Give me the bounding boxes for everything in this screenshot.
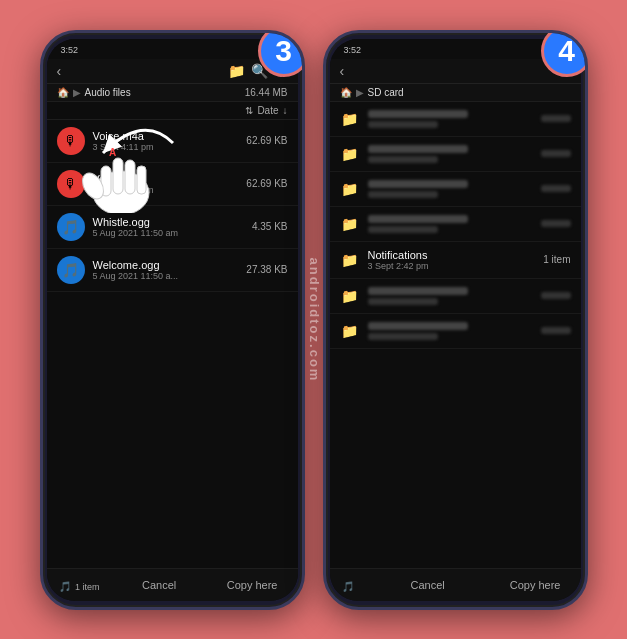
bottom-count-1: 1 item [75, 582, 100, 592]
blurred-meta-2 [368, 191, 438, 198]
file-list-1: 🎙 Voice.m4a 3 Sept 4:11 pm 62.69 KB 🎙 Vo… [47, 120, 298, 568]
cancel-button-1[interactable]: Cancel [134, 576, 184, 594]
notifications-meta: 3 Sept 2:42 pm [368, 261, 536, 271]
blurred-name-4 [368, 287, 468, 295]
notifications-name: Notifications [368, 249, 536, 261]
file-item-2[interactable]: 🎵 Whistle.ogg 5 Aug 2021 11:50 am 4.35 K… [47, 206, 298, 249]
notifications-folder-icon: 📁 [340, 250, 360, 270]
folder-icon-1[interactable]: 📁 [228, 63, 245, 79]
notifications-count: 1 item [543, 254, 570, 265]
file-info-1: Voice.m4a 3 Sept 4:11 pm [93, 173, 239, 195]
folder-icon-bl-2: 📁 [340, 179, 360, 199]
file-meta-3: 5 Aug 2021 11:50 a... [93, 271, 239, 281]
folder-icon-bl-3: 📁 [340, 214, 360, 234]
blurred-num-1 [541, 150, 571, 157]
folder-icon-bl-5: 📁 [340, 321, 360, 341]
blurred-name-2 [368, 180, 468, 188]
phone-screen-2: 3:52 ‹ 🏠 ▶ SD card [330, 39, 581, 601]
file-icon-3: 🎵 [57, 256, 85, 284]
breadcrumb-arrow-1: ▶ [73, 87, 81, 98]
folder-icon-bl-1: 📁 [340, 144, 360, 164]
phone-screen-1: 3:52 ‹ 📁 🔍 ⋮ 🏠 ▶ Audio files [47, 39, 298, 601]
blurred-meta-1 [368, 156, 438, 163]
breadcrumb-arrow-2: ▶ [356, 87, 364, 98]
back-icon-1[interactable]: ‹ [57, 63, 62, 79]
file-icon-2: 🎵 [57, 213, 85, 241]
blurred-item-1[interactable]: 📁 [330, 137, 581, 172]
blurred-num-4 [541, 292, 571, 299]
blurred-name-3 [368, 215, 468, 223]
blurred-num-2 [541, 185, 571, 192]
folder-icon-bl-0: 📁 [340, 109, 360, 129]
blurred-num-0 [541, 115, 571, 122]
back-icon-2[interactable]: ‹ [340, 63, 345, 79]
file-icon-1: 🎙 [57, 170, 85, 198]
file-meta-0: 3 Sept 4:11 pm [93, 142, 239, 152]
bottom-bar-2: 🎵 Cancel Copy here [330, 568, 581, 601]
blurred-num-5 [541, 327, 571, 334]
file-name-3: Welcome.ogg [93, 259, 239, 271]
breadcrumb-name-1: Audio files [85, 87, 131, 98]
status-time-1: 3:52 [61, 45, 79, 55]
sort-bar-1: ⇅ Date ↓ [47, 102, 298, 120]
notifications-item[interactable]: 📁 Notifications 3 Sept 2:42 pm 1 item [330, 242, 581, 279]
breadcrumb-name-2: SD card [368, 87, 404, 98]
breadcrumb-bar-1: 🏠 ▶ Audio files 16.44 MB [47, 84, 298, 102]
blurred-item-3[interactable]: 📁 [330, 207, 581, 242]
file-meta-2: 5 Aug 2021 11:50 am [93, 228, 244, 238]
sort-icon-1[interactable]: ⇅ [245, 105, 253, 116]
blurred-item-2[interactable]: 📁 [330, 172, 581, 207]
blurred-meta-5 [368, 333, 438, 340]
file-name-2: Whistle.ogg [93, 216, 244, 228]
folder-icon-bl-4: 📁 [340, 286, 360, 306]
phone-1: 3 [40, 30, 305, 610]
home-icon-1[interactable]: 🏠 [57, 87, 69, 98]
main-container: 3 [30, 20, 598, 620]
sort-label-1[interactable]: Date [257, 105, 278, 116]
file-name-1: Voice.m4a [93, 173, 239, 185]
file-item-0[interactable]: 🎙 Voice.m4a 3 Sept 4:11 pm 62.69 KB [47, 120, 298, 163]
blurred-item-4[interactable]: 📁 [330, 279, 581, 314]
file-size-3: 27.38 KB [246, 264, 287, 275]
blurred-num-3 [541, 220, 571, 227]
file-info-2: Whistle.ogg 5 Aug 2021 11:50 am [93, 216, 244, 238]
blurred-item-5[interactable]: 📁 [330, 314, 581, 349]
phone-2: 4 3:52 ‹ 🏠 ▶ SD card [323, 30, 588, 610]
file-item-3[interactable]: 🎵 Welcome.ogg 5 Aug 2021 11:50 a... 27.3… [47, 249, 298, 292]
file-size-0: 62.69 KB [246, 135, 287, 146]
cancel-button-2[interactable]: Cancel [402, 576, 452, 594]
bottom-bar-1: 🎵 1 item Cancel Copy here [47, 568, 298, 601]
file-item-1[interactable]: 🎙 Voice.m4a 3 Sept 4:11 pm 62.69 KB [47, 163, 298, 206]
blurred-item-0[interactable]: 📁 [330, 102, 581, 137]
file-name-0: Voice.m4a [93, 130, 239, 142]
blurred-meta-3 [368, 226, 438, 233]
notifications-info: Notifications 3 Sept 2:42 pm [368, 249, 536, 271]
file-info-0: Voice.m4a 3 Sept 4:11 pm [93, 130, 239, 152]
file-info-3: Welcome.ogg 5 Aug 2021 11:50 a... [93, 259, 239, 281]
blurred-name-0 [368, 110, 468, 118]
blurred-meta-4 [368, 298, 438, 305]
copy-here-button-2[interactable]: Copy here [502, 576, 569, 594]
file-size-1: 62.69 KB [246, 178, 287, 189]
sort-arrow-1: ↓ [283, 105, 288, 116]
breadcrumb-bar-2: 🏠 ▶ SD card [330, 84, 581, 102]
file-icon-0: 🎙 [57, 127, 85, 155]
file-size-2: 4.35 KB [252, 221, 288, 232]
breadcrumb-size-1: 16.44 MB [245, 87, 288, 98]
file-list-2: 📁 📁 📁 [330, 102, 581, 568]
bottom-info-2: 🎵 [342, 576, 354, 594]
blurred-name-5 [368, 322, 468, 330]
blurred-meta-0 [368, 121, 438, 128]
file-meta-1: 3 Sept 4:11 pm [93, 185, 239, 195]
blurred-name-1 [368, 145, 468, 153]
status-time-2: 3:52 [344, 45, 362, 55]
home-icon-2[interactable]: 🏠 [340, 87, 352, 98]
copy-here-button-1[interactable]: Copy here [219, 576, 286, 594]
bottom-info-1: 🎵 1 item [59, 576, 100, 594]
